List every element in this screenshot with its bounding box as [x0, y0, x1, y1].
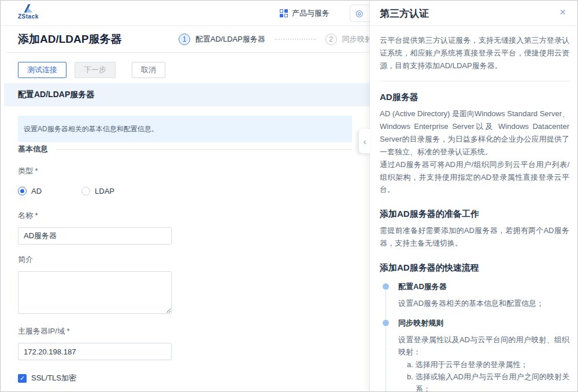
type-radio-group: AD LDAP	[18, 187, 352, 195]
ad-server-heading: AD服务器	[380, 92, 569, 103]
help-panel-body: 云平台提供第三方认证服务，支持无缝接入第三方登录认证系统，相应账户系统将直接登录…	[370, 26, 578, 392]
flow-step-1-desc: 设置AD服务器相关的基本信息和配置信息；	[398, 298, 569, 310]
step-1-label: 配置AD/LDAP服务器	[195, 34, 265, 45]
account-icon: ◎	[355, 8, 363, 19]
info-banner: 设置AD服务器相关的基本信息和配置信息。	[18, 116, 352, 142]
type-label: 类型 *	[18, 166, 352, 176]
description-textarea[interactable]	[18, 271, 172, 314]
primary-ip-input[interactable]	[18, 343, 172, 360]
flow-step-1: 配置AD服务器 设置AD服务器相关的基本信息和配置信息；	[383, 282, 569, 318]
description-label: 简介	[18, 254, 352, 265]
info-banner-text: 设置AD服务器相关的基本信息和配置信息。	[24, 124, 158, 134]
panel-divider	[380, 81, 569, 82]
flow-step-2-substeps: a. 选择用于云平台登录的登录属性； b. 选择或输入AD用户与云平台用户之间的…	[398, 359, 569, 392]
section-header: 配置AD/LDAP服务器	[4, 83, 369, 106]
page-header: 添加AD/LDAP服务器 1 配置AD/LDAP服务器 2 同步映射规则	[1, 26, 369, 53]
name-input[interactable]	[18, 227, 172, 245]
radio-ad-label: AD	[31, 187, 42, 195]
ssl-tls-checkbox-row[interactable]: ✓ SSL/TLS加密	[18, 373, 352, 383]
help-panel-title: 第三方认证	[380, 7, 429, 20]
flow-timeline: 配置AD服务器 设置AD服务器相关的基本信息和配置信息； 同步映射规则 设置登录…	[380, 282, 569, 392]
help-panel: 第三方认证 × 云平台提供第三方认证服务，支持无缝接入第三方登录认证系统，相应账…	[369, 1, 578, 392]
step-1-circle: 1	[179, 34, 190, 45]
radio-ad-control[interactable]	[18, 187, 27, 195]
flow-step-2-desc: 设置登录属性以及AD与云平台间的用户映射、组织映射：	[398, 334, 569, 358]
radio-ldap-label: LDAP	[95, 187, 114, 195]
ad-server-paragraph-1: AD (Active Directory) 是面向Windows Standar…	[380, 108, 569, 158]
help-intro: 云平台提供第三方认证服务，支持无缝接入第三方登录认证系统，相应账户系统将直接登录…	[380, 34, 569, 72]
flow-heading: 添加AD服务器的快速流程	[380, 262, 569, 273]
chevron-left-icon: ‹	[364, 136, 366, 146]
flow-step-2-title: 同步映射规则	[398, 318, 569, 328]
basic-info-group-title: 基本信息	[18, 144, 48, 154]
wizard-stepper: 1 配置AD/LDAP服务器 2 同步映射规则	[179, 34, 387, 45]
products-services-menu[interactable]: 产品与服务	[280, 1, 329, 26]
ad-ldap-form: 基本信息 类型 * AD LDAP 名称 * 简介 主服务器IP/域 * ✓ S…	[18, 144, 352, 392]
close-icon[interactable]: ×	[560, 6, 566, 17]
zstack-logo[interactable]: ZStack	[18, 3, 53, 20]
section-title: 配置AD/LDAP服务器	[18, 90, 94, 100]
stepper-dots	[275, 39, 316, 40]
next-step-button[interactable]: 下一步	[75, 62, 116, 78]
name-label: 名称 *	[18, 210, 352, 221]
radio-ldap-control[interactable]	[81, 187, 90, 195]
prep-text: 需提前准备好需要添加的AD服务器，若拥有两个AD服务器，支持主备无缝切换。	[380, 224, 569, 250]
page-title: 添加AD/LDAP服务器	[18, 32, 121, 47]
ad-server-paragraph-2: 通过AD服务器可将AD用户/组织同步到云平台用户列表/组织架构，并支持使用指定的…	[380, 158, 569, 196]
radio-ad[interactable]: AD	[18, 187, 42, 195]
basic-info-group: 基本信息	[18, 144, 352, 154]
products-services-label: 产品与服务	[292, 8, 329, 19]
ssl-tls-label: SSL/TLS加密	[31, 373, 76, 383]
help-panel-header: 第三方认证 ×	[370, 1, 578, 26]
prep-heading: 添加AD服务器的准备工作	[380, 209, 569, 220]
toolbar: 测试连接 下一步 取消	[18, 62, 165, 78]
header-divider	[5, 52, 369, 53]
test-connection-button[interactable]: 测试连接	[18, 62, 66, 78]
ssl-tls-checkbox[interactable]: ✓	[18, 374, 27, 383]
flow-substep-b: b. 选择或输入AD用户与云平台用户之间的映射关系；	[398, 371, 569, 392]
step-2-circle: 2	[325, 34, 337, 45]
panel-collapse-handle[interactable]: ‹	[359, 129, 370, 153]
primary-ip-label: 主服务器IP/域 *	[18, 326, 352, 336]
flow-step-2: 同步映射规则 设置登录属性以及AD与云平台间的用户映射、组织映射： a. 选择用…	[383, 318, 569, 392]
cancel-button[interactable]: 取消	[132, 62, 165, 78]
radio-ldap[interactable]: LDAP	[81, 187, 114, 195]
group-divider-line	[56, 149, 352, 150]
flow-step-1-title: 配置AD服务器	[398, 282, 569, 292]
zstack-logo-text: ZStack	[18, 14, 53, 20]
flow-substep-a: a. 选择用于云平台登录的登录属性；	[398, 359, 569, 371]
grid-icon	[280, 9, 288, 17]
zstack-logo-icon	[21, 3, 34, 14]
